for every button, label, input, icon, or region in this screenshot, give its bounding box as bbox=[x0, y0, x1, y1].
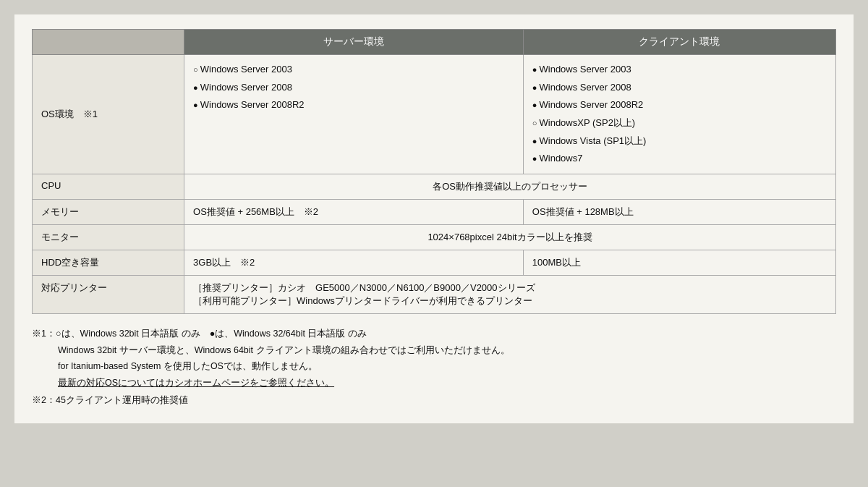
row-label-monitor: モニター bbox=[33, 225, 184, 250]
footnote-1-line3: for Itanium-based System を使用したOSでは、動作しませ… bbox=[32, 358, 836, 375]
table-row-memory: メモリー OS推奨値 + 256MB以上 ※2 OS推奨値 + 128MB以上 bbox=[33, 200, 836, 225]
footnote-2: ※2：45クライアント運用時の推奨値 bbox=[32, 392, 836, 409]
row-label-hdd: HDD空き容量 bbox=[33, 250, 184, 276]
list-item: Windows Server 2008 bbox=[532, 79, 827, 97]
col-empty bbox=[33, 30, 184, 55]
footnote-link: 最新の対応OSについてはカシオホームページをご参照ください。 bbox=[58, 378, 334, 388]
row-server-hdd: 3GB以上 ※2 bbox=[184, 250, 524, 276]
table-row-os: OS環境 ※1 Windows Server 2003 Windows Serv… bbox=[33, 55, 836, 174]
row-label-os: OS環境 ※1 bbox=[33, 55, 184, 174]
list-item: Windows Server 2008R2 bbox=[532, 96, 827, 114]
list-item: Windows Server 2003 bbox=[532, 61, 827, 79]
footnote-1: ※1：○は、Windows 32bit 日本語版 のみ ●は、Windows 3… bbox=[32, 326, 836, 342]
col-client-header: クライアント環境 bbox=[523, 30, 835, 55]
table-row-cpu: CPU 各OS動作推奨値以上のプロセッサー bbox=[33, 174, 836, 200]
list-item: Windows7 bbox=[532, 150, 827, 168]
row-label-printer: 対応プリンター bbox=[33, 276, 184, 314]
footnote-1-line2: Windows 32bit サーバー環境と、Windows 64bit クライア… bbox=[32, 342, 836, 359]
table-row-monitor: モニター 1024×768pixcel 24bitカラー以上を推奨 bbox=[33, 225, 836, 250]
row-printer-content: ［推奨プリンター］カシオ GE5000／N3000／N6100／B9000／V2… bbox=[184, 276, 836, 314]
list-item: Windows Server 2003 bbox=[193, 61, 514, 79]
row-client-os: Windows Server 2003 Windows Server 2008 … bbox=[523, 55, 835, 174]
row-server-os: Windows Server 2003 Windows Server 2008 … bbox=[184, 55, 524, 174]
table-row-printer: 対応プリンター ［推奨プリンター］カシオ GE5000／N3000／N6100／… bbox=[33, 276, 836, 314]
os-server-list: Windows Server 2003 Windows Server 2008 … bbox=[193, 61, 514, 114]
footnote-section: ※1：○は、Windows 32bit 日本語版 のみ ●は、Windows 3… bbox=[32, 326, 836, 409]
row-server-memory: OS推奨値 + 256MB以上 ※2 bbox=[184, 200, 524, 225]
list-item: WindowsXP (SP2以上) bbox=[532, 114, 827, 132]
list-item: Windows Server 2008 bbox=[193, 79, 514, 97]
row-label-memory: メモリー bbox=[33, 200, 184, 225]
list-item: Windows Server 2008R2 bbox=[193, 96, 514, 114]
col-server-header: サーバー環境 bbox=[184, 30, 524, 55]
row-monitor-content: 1024×768pixcel 24bitカラー以上を推奨 bbox=[184, 225, 836, 250]
table-row-hdd: HDD空き容量 3GB以上 ※2 100MB以上 bbox=[33, 250, 836, 276]
row-client-memory: OS推奨値 + 128MB以上 bbox=[523, 200, 835, 225]
os-client-list: Windows Server 2003 Windows Server 2008 … bbox=[532, 61, 827, 168]
list-item: Windows Vista (SP1以上) bbox=[532, 132, 827, 151]
row-label-cpu: CPU bbox=[33, 174, 184, 200]
row-client-hdd: 100MB以上 bbox=[523, 250, 835, 276]
row-cpu-content: 各OS動作推奨値以上のプロセッサー bbox=[184, 174, 836, 200]
page-container: サーバー環境 クライアント環境 OS環境 ※1 Windows Server 2… bbox=[14, 14, 854, 423]
footnote-1-line4: 最新の対応OSについてはカシオホームページをご参照ください。 bbox=[32, 375, 836, 391]
specs-table: サーバー環境 クライアント環境 OS環境 ※1 Windows Server 2… bbox=[32, 29, 836, 314]
